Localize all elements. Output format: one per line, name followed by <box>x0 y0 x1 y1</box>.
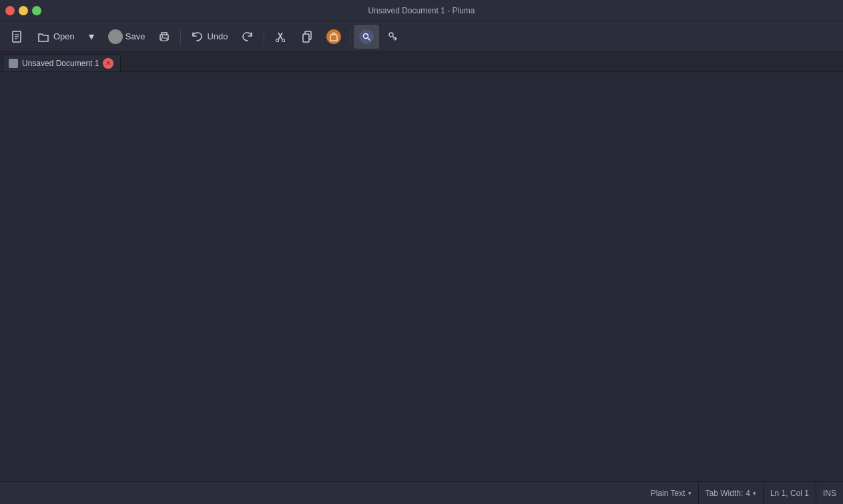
tab-width-label: Tab Width: <box>706 489 744 498</box>
tab-width-value: 4 <box>746 489 750 498</box>
minimize-button[interactable]: – <box>19 6 28 15</box>
replace-icon <box>386 29 400 44</box>
statusbar: Plain Text ▾ Tab Width: 4 ▾ Ln 1, Col 1 … <box>0 481 843 504</box>
svg-line-15 <box>368 38 370 40</box>
redo-button[interactable] <box>235 25 260 49</box>
editor-input[interactable] <box>0 72 843 481</box>
cut-icon <box>273 29 288 44</box>
copy-button[interactable] <box>294 25 320 49</box>
paste-icon <box>326 29 341 44</box>
save-label: Save <box>125 31 146 41</box>
print-button[interactable] <box>152 25 177 49</box>
save-button[interactable]: Save <box>103 25 151 49</box>
separator-3 <box>350 29 350 45</box>
tab-width-chevron-icon: ▾ <box>753 490 756 497</box>
window-controls: ✕ – + <box>5 6 41 15</box>
svg-point-9 <box>276 39 278 41</box>
copy-icon <box>300 29 314 44</box>
insert-mode: INS <box>816 482 843 504</box>
tab-width-dropdown[interactable]: Tab Width: 4 ▾ <box>706 489 756 498</box>
tab-width-selector[interactable]: Tab Width: 4 ▾ <box>698 482 763 504</box>
language-dropdown[interactable]: Plain Text ▾ <box>651 489 691 498</box>
active-tab[interactable]: Unsaved Document 1 ✕ <box>3 54 121 71</box>
cut-button[interactable] <box>268 25 293 49</box>
save-icon <box>108 29 123 44</box>
print-icon <box>157 29 172 44</box>
encoding-label: INS <box>823 489 836 498</box>
language-selector[interactable]: Plain Text ▾ <box>644 482 698 504</box>
titlebar: ✕ – + Unsaved Document 1 - Pluma <box>0 0 843 21</box>
svg-rect-5 <box>162 38 167 41</box>
position-label: Ln 1, Col 1 <box>770 489 809 498</box>
find-button[interactable] <box>354 25 379 49</box>
language-chevron-icon: ▾ <box>688 490 691 497</box>
open-icon <box>36 29 51 44</box>
replace-button[interactable] <box>380 25 406 49</box>
language-label: Plain Text <box>651 489 685 498</box>
svg-rect-12 <box>303 34 309 42</box>
open-label: Open <box>53 31 75 41</box>
editor-area <box>0 72 843 481</box>
undo-button[interactable]: Undo <box>184 25 233 49</box>
separator-1 <box>180 29 181 45</box>
paste-button[interactable] <box>321 25 346 49</box>
redo-icon <box>240 29 255 44</box>
tabs-bar: Unsaved Document 1 ✕ <box>0 52 843 72</box>
close-button[interactable]: ✕ <box>5 6 15 15</box>
undo-icon <box>190 29 204 44</box>
tab-document-icon <box>9 59 18 68</box>
new-button[interactable] <box>4 25 29 49</box>
toolbar: Open ▾ Save Undo <box>0 21 843 52</box>
chevron-down-icon: ▾ <box>84 29 99 44</box>
svg-point-10 <box>282 39 284 41</box>
tab-label: Unsaved Document 1 <box>22 59 99 68</box>
new-icon <box>9 29 24 44</box>
find-icon <box>359 29 374 44</box>
svg-point-6 <box>162 35 164 37</box>
separator-2 <box>264 29 264 45</box>
open-button[interactable]: Open <box>31 25 80 49</box>
window-title: Unsaved Document 1 - Pluma <box>368 6 475 15</box>
cursor-position: Ln 1, Col 1 <box>763 482 816 504</box>
svg-line-17 <box>392 36 394 38</box>
svg-point-14 <box>363 33 368 38</box>
undo-label: Undo <box>207 31 228 41</box>
svg-rect-13 <box>330 35 337 41</box>
maximize-button[interactable]: + <box>32 6 41 15</box>
tab-close-button[interactable]: ✕ <box>103 58 113 69</box>
open-dropdown-button[interactable]: ▾ <box>81 25 101 49</box>
